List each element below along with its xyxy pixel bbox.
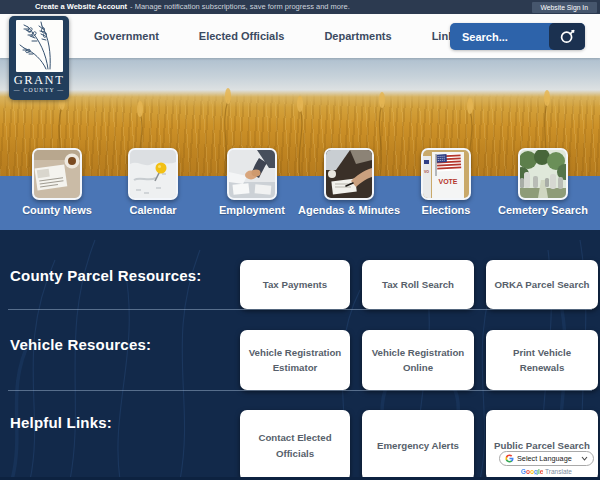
hand-writing-image bbox=[326, 150, 372, 198]
website-sign-in-button[interactable]: Website Sign In bbox=[532, 2, 597, 13]
select-language-dropdown[interactable]: Select Language bbox=[499, 451, 594, 466]
create-account-link[interactable]: Create a Website Account bbox=[35, 2, 127, 11]
search-button[interactable] bbox=[549, 23, 585, 50]
logo-county-subtitle: — COUNTY — bbox=[14, 86, 64, 94]
search-icon bbox=[559, 28, 576, 45]
section-vehicle-resources: Vehicle Resources: Vehicle Registration … bbox=[0, 310, 600, 390]
quicklink-label: Cemetery Search bbox=[498, 204, 588, 216]
quicklink-employment[interactable]: Employment bbox=[202, 148, 302, 216]
svg-text:VOTE: VOTE bbox=[438, 178, 457, 185]
nav-item-elected-officials[interactable]: Elected Officials bbox=[199, 30, 285, 42]
site-header: Government Elected Officials Departments… bbox=[0, 14, 600, 58]
quick-links-band: County News Calendar bbox=[0, 176, 600, 230]
section-heading: Vehicle Resources: bbox=[10, 310, 228, 390]
select-language-label: Select Language bbox=[517, 454, 578, 463]
emergency-alerts-button[interactable]: Emergency Alerts bbox=[362, 410, 474, 480]
wheat-emblem-icon bbox=[16, 20, 63, 72]
cemetery-headstones-image bbox=[520, 150, 566, 198]
quicklink-label: Elections bbox=[422, 204, 471, 216]
tax-payments-button[interactable]: Tax Payments bbox=[240, 260, 350, 309]
google-translate-attribution: Google Translate bbox=[499, 468, 594, 475]
section-county-parcel-resources: County Parcel Resources: Tax Payments Ta… bbox=[0, 230, 600, 309]
newspaper-and-coffee-image bbox=[34, 150, 80, 198]
search-input[interactable] bbox=[450, 23, 546, 50]
contact-elected-officials-button[interactable]: Contact Elected Officials bbox=[240, 410, 350, 480]
section-heading: County Parcel Resources: bbox=[10, 230, 228, 309]
main-navigation: Government Elected Officials Departments… bbox=[94, 14, 460, 58]
search-bar bbox=[450, 23, 585, 50]
quicklink-label: Employment bbox=[219, 204, 285, 216]
print-vehicle-renewals-button[interactable]: Print Vehicle Renewals bbox=[486, 330, 598, 390]
create-account-text[interactable]: Create a Website Account- Manage notific… bbox=[35, 0, 350, 14]
chevron-down-icon bbox=[581, 456, 588, 461]
nav-item-departments[interactable]: Departments bbox=[324, 30, 391, 42]
map-with-pushpin-image bbox=[130, 150, 176, 198]
quicklink-label: Agendas & Minutes bbox=[298, 204, 400, 216]
grant-county-logo[interactable]: GRANT — COUNTY — bbox=[9, 16, 69, 100]
handshake-image bbox=[229, 150, 275, 198]
vehicle-registration-estimator-button[interactable]: Vehicle Registration Estimator bbox=[240, 330, 350, 390]
quicklink-calendar[interactable]: Calendar bbox=[103, 148, 203, 216]
tax-roll-search-button[interactable]: Tax Roll Search bbox=[362, 260, 474, 309]
google-g-icon bbox=[505, 454, 514, 463]
quicklink-county-news[interactable]: County News bbox=[7, 148, 107, 216]
vehicle-registration-online-button[interactable]: Vehicle Registration Online bbox=[362, 330, 474, 390]
logo-county-name: GRANT bbox=[14, 74, 65, 86]
orka-parcel-search-button[interactable]: ORKA Parcel Search bbox=[486, 260, 598, 309]
utility-topbar: Create a Website Account- Manage notific… bbox=[0, 0, 600, 14]
quicklink-label: Calendar bbox=[129, 204, 176, 216]
grant-county-homepage: Create a Website Account- Manage notific… bbox=[0, 0, 600, 480]
quicklink-label: County News bbox=[22, 204, 92, 216]
nav-item-government[interactable]: Government bbox=[94, 30, 159, 42]
create-account-description: - Manage notification subscriptions, sav… bbox=[130, 2, 350, 11]
google-brand-text: Google bbox=[521, 468, 543, 475]
section-heading: Helpful Links: bbox=[10, 391, 228, 480]
resources-panel: County Parcel Resources: Tax Payments Ta… bbox=[0, 230, 600, 480]
google-translate-widget: Select Language Google Translate bbox=[499, 451, 594, 475]
svg-text:VO: VO bbox=[424, 170, 429, 174]
voting-booth-flag-image: VOTE VO bbox=[423, 150, 469, 198]
quicklink-agendas-minutes[interactable]: Agendas & Minutes bbox=[299, 148, 399, 216]
translate-product-text: Translate bbox=[545, 468, 572, 475]
quicklink-elections[interactable]: VOTE VO Elections bbox=[396, 148, 496, 216]
quicklink-cemetery-search[interactable]: Cemetery Search bbox=[493, 148, 593, 216]
